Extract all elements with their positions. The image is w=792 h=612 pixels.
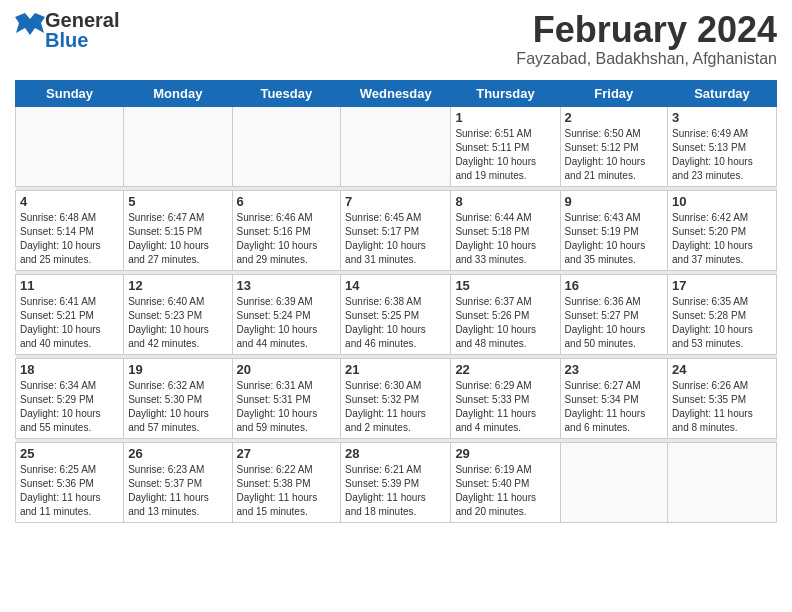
day-number: 3	[672, 110, 772, 125]
day-detail: Sunset: 5:36 PM	[20, 478, 94, 489]
day-detail: Sunset: 5:13 PM	[672, 142, 746, 153]
calendar-cell: 19Sunrise: 6:32 AMSunset: 5:30 PMDayligh…	[124, 358, 232, 438]
calendar-cell: 2Sunrise: 6:50 AMSunset: 5:12 PMDaylight…	[560, 106, 668, 186]
day-detail: Sunrise: 6:19 AM	[455, 464, 531, 475]
day-detail: and 29 minutes.	[237, 254, 308, 265]
weekday-header: Wednesday	[341, 80, 451, 106]
day-info: Sunrise: 6:46 AMSunset: 5:16 PMDaylight:…	[237, 211, 337, 267]
calendar-cell: 17Sunrise: 6:35 AMSunset: 5:28 PMDayligh…	[668, 274, 777, 354]
day-detail: Daylight: 10 hours	[455, 156, 536, 167]
day-detail: Daylight: 10 hours	[565, 324, 646, 335]
page-header: General Blue February 2024 Fayzabad, Bad…	[15, 10, 777, 72]
day-detail: and 18 minutes.	[345, 506, 416, 517]
day-info: Sunrise: 6:45 AMSunset: 5:17 PMDaylight:…	[345, 211, 446, 267]
day-info: Sunrise: 6:49 AMSunset: 5:13 PMDaylight:…	[672, 127, 772, 183]
day-detail: Sunset: 5:38 PM	[237, 478, 311, 489]
day-detail: Sunrise: 6:30 AM	[345, 380, 421, 391]
day-detail: and 11 minutes.	[20, 506, 91, 517]
day-detail: Daylight: 10 hours	[128, 240, 209, 251]
day-detail: and 37 minutes.	[672, 254, 743, 265]
day-info: Sunrise: 6:25 AMSunset: 5:36 PMDaylight:…	[20, 463, 119, 519]
calendar-cell	[232, 106, 341, 186]
day-detail: Sunset: 5:24 PM	[237, 310, 311, 321]
calendar-cell: 29Sunrise: 6:19 AMSunset: 5:40 PMDayligh…	[451, 442, 560, 522]
calendar-cell: 13Sunrise: 6:39 AMSunset: 5:24 PMDayligh…	[232, 274, 341, 354]
day-number: 18	[20, 362, 119, 377]
day-number: 22	[455, 362, 555, 377]
day-detail: Sunrise: 6:39 AM	[237, 296, 313, 307]
calendar-table: SundayMondayTuesdayWednesdayThursdayFrid…	[15, 80, 777, 523]
calendar-cell: 23Sunrise: 6:27 AMSunset: 5:34 PMDayligh…	[560, 358, 668, 438]
calendar-cell: 6Sunrise: 6:46 AMSunset: 5:16 PMDaylight…	[232, 190, 341, 270]
calendar-cell: 3Sunrise: 6:49 AMSunset: 5:13 PMDaylight…	[668, 106, 777, 186]
day-detail: Sunrise: 6:40 AM	[128, 296, 204, 307]
day-detail: Sunset: 5:21 PM	[20, 310, 94, 321]
day-detail: Daylight: 10 hours	[455, 240, 536, 251]
day-info: Sunrise: 6:50 AMSunset: 5:12 PMDaylight:…	[565, 127, 664, 183]
day-info: Sunrise: 6:51 AMSunset: 5:11 PMDaylight:…	[455, 127, 555, 183]
day-detail: Sunrise: 6:36 AM	[565, 296, 641, 307]
calendar-week-row: 11Sunrise: 6:41 AMSunset: 5:21 PMDayligh…	[16, 274, 777, 354]
day-number: 16	[565, 278, 664, 293]
calendar-cell	[124, 106, 232, 186]
day-detail: Sunset: 5:31 PM	[237, 394, 311, 405]
day-detail: and 55 minutes.	[20, 422, 91, 433]
day-detail: Daylight: 10 hours	[672, 156, 753, 167]
logo-general: General	[45, 10, 119, 30]
day-number: 29	[455, 446, 555, 461]
day-detail: Sunset: 5:28 PM	[672, 310, 746, 321]
svg-marker-0	[15, 13, 45, 35]
calendar-cell: 9Sunrise: 6:43 AMSunset: 5:19 PMDaylight…	[560, 190, 668, 270]
day-detail: Daylight: 10 hours	[20, 408, 101, 419]
calendar-cell	[341, 106, 451, 186]
day-number: 19	[128, 362, 227, 377]
day-detail: Daylight: 10 hours	[565, 156, 646, 167]
day-detail: Daylight: 10 hours	[20, 324, 101, 335]
day-detail: Sunrise: 6:47 AM	[128, 212, 204, 223]
day-detail: Daylight: 10 hours	[345, 240, 426, 251]
day-info: Sunrise: 6:38 AMSunset: 5:25 PMDaylight:…	[345, 295, 446, 351]
day-info: Sunrise: 6:40 AMSunset: 5:23 PMDaylight:…	[128, 295, 227, 351]
day-detail: Sunset: 5:12 PM	[565, 142, 639, 153]
day-detail: Sunset: 5:37 PM	[128, 478, 202, 489]
day-detail: and 23 minutes.	[672, 170, 743, 181]
calendar-cell: 16Sunrise: 6:36 AMSunset: 5:27 PMDayligh…	[560, 274, 668, 354]
day-number: 10	[672, 194, 772, 209]
day-number: 1	[455, 110, 555, 125]
day-info: Sunrise: 6:29 AMSunset: 5:33 PMDaylight:…	[455, 379, 555, 435]
day-detail: Sunset: 5:18 PM	[455, 226, 529, 237]
day-detail: and 44 minutes.	[237, 338, 308, 349]
calendar-cell: 10Sunrise: 6:42 AMSunset: 5:20 PMDayligh…	[668, 190, 777, 270]
weekday-header: Friday	[560, 80, 668, 106]
weekday-header: Monday	[124, 80, 232, 106]
day-detail: Sunset: 5:11 PM	[455, 142, 529, 153]
day-detail: and 48 minutes.	[455, 338, 526, 349]
day-detail: Daylight: 10 hours	[237, 324, 318, 335]
weekday-header: Sunday	[16, 80, 124, 106]
calendar-cell: 18Sunrise: 6:34 AMSunset: 5:29 PMDayligh…	[16, 358, 124, 438]
day-detail: and 8 minutes.	[672, 422, 738, 433]
day-info: Sunrise: 6:43 AMSunset: 5:19 PMDaylight:…	[565, 211, 664, 267]
day-detail: and 20 minutes.	[455, 506, 526, 517]
day-number: 6	[237, 194, 337, 209]
day-info: Sunrise: 6:30 AMSunset: 5:32 PMDaylight:…	[345, 379, 446, 435]
day-detail: and 31 minutes.	[345, 254, 416, 265]
day-detail: Sunrise: 6:46 AM	[237, 212, 313, 223]
calendar-cell: 8Sunrise: 6:44 AMSunset: 5:18 PMDaylight…	[451, 190, 560, 270]
day-detail: Sunset: 5:39 PM	[345, 478, 419, 489]
calendar-cell: 7Sunrise: 6:45 AMSunset: 5:17 PMDaylight…	[341, 190, 451, 270]
day-detail: Daylight: 11 hours	[672, 408, 753, 419]
day-detail: Sunset: 5:27 PM	[565, 310, 639, 321]
day-info: Sunrise: 6:47 AMSunset: 5:15 PMDaylight:…	[128, 211, 227, 267]
day-detail: Sunrise: 6:21 AM	[345, 464, 421, 475]
day-info: Sunrise: 6:22 AMSunset: 5:38 PMDaylight:…	[237, 463, 337, 519]
day-detail: Sunrise: 6:25 AM	[20, 464, 96, 475]
calendar-cell: 27Sunrise: 6:22 AMSunset: 5:38 PMDayligh…	[232, 442, 341, 522]
weekday-header: Thursday	[451, 80, 560, 106]
day-number: 2	[565, 110, 664, 125]
day-info: Sunrise: 6:26 AMSunset: 5:35 PMDaylight:…	[672, 379, 772, 435]
logo-blue: Blue	[45, 30, 119, 50]
calendar-cell: 12Sunrise: 6:40 AMSunset: 5:23 PMDayligh…	[124, 274, 232, 354]
day-number: 8	[455, 194, 555, 209]
day-detail: Daylight: 10 hours	[345, 324, 426, 335]
